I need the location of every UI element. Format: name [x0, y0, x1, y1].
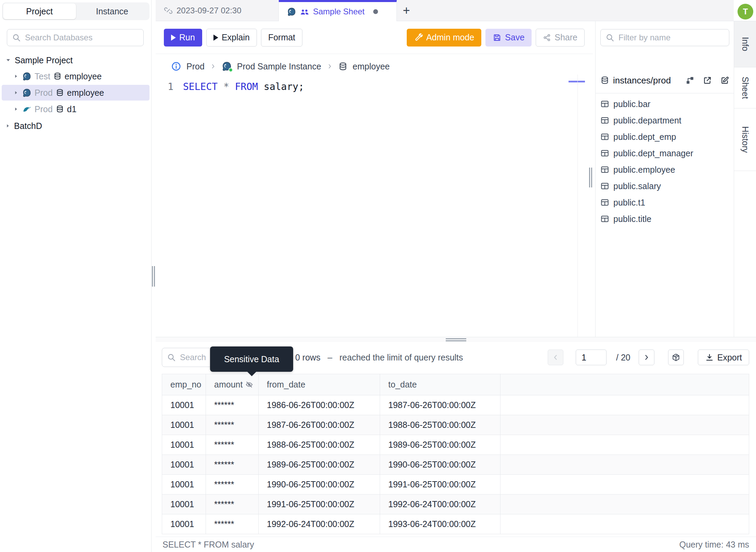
results-resize-strip[interactable]: [156, 337, 756, 342]
run-button[interactable]: Run: [164, 29, 202, 47]
side-strip: Info Sheet History: [734, 21, 756, 337]
table-list-item[interactable]: public.title: [596, 211, 734, 227]
explain-button[interactable]: Explain: [206, 29, 257, 47]
sheet-tab-active[interactable]: Sample Sheet: [279, 0, 397, 21]
connection-status-dot: [229, 68, 233, 72]
prev-page-button[interactable]: [548, 350, 563, 365]
column-header[interactable]: emp_no: [162, 374, 206, 395]
eye-off-icon[interactable]: [245, 381, 253, 389]
environment-label: Test: [35, 71, 50, 81]
cell: 1990-06-25T00:00:00Z: [380, 455, 500, 474]
tab-instance[interactable]: Instance: [76, 3, 149, 19]
package-cube-icon: [672, 353, 680, 362]
schema-sidebar-resize-handle[interactable]: [589, 168, 592, 187]
format-button[interactable]: Format: [261, 29, 302, 47]
breadcrumb-instance[interactable]: Prod Sample Instance: [237, 62, 321, 71]
edit-icon[interactable]: [720, 76, 729, 85]
sql-keyword: SELECT: [183, 81, 218, 92]
table-filter-input[interactable]: [618, 33, 724, 42]
breadcrumb-database[interactable]: employee: [353, 62, 390, 71]
grid-row: 10001 ****** 1987-06-26T00:00:00Z 1988-0…: [162, 415, 749, 435]
cell: 1992-06-24T00:00:00Z: [380, 495, 500, 514]
editor-scroll-gutter: [577, 75, 578, 337]
schema-diagram-icon[interactable]: [686, 76, 694, 85]
cell-filler: [500, 455, 749, 474]
results-panel: 0 rows – reached the limit of query resu…: [156, 337, 756, 552]
cell: 10001: [162, 435, 206, 455]
caret-right-icon: [13, 106, 19, 112]
share-button[interactable]: Share: [536, 29, 585, 47]
database-search-input[interactable]: [25, 33, 139, 42]
tree-node-batch-project[interactable]: BatchD: [0, 118, 152, 134]
tab-history[interactable]: History: [734, 108, 756, 171]
avatar-zone: T: [734, 0, 756, 21]
query-time: Query time: 43 ms: [679, 540, 749, 550]
save-button[interactable]: Save: [485, 29, 532, 47]
table-list-item[interactable]: public.salary: [596, 178, 734, 194]
team-icon: [300, 7, 309, 16]
database-icon: [53, 72, 62, 80]
external-link-icon[interactable]: [703, 76, 712, 85]
cell: 1986-06-26T00:00:00Z: [259, 395, 380, 415]
wrench-icon: [414, 33, 423, 42]
query-toolbar: Run Explain Format Admin mode Save Share: [156, 21, 593, 54]
column-header[interactable]: to_date: [380, 374, 500, 395]
sheet-tab-label: Sample Sheet: [313, 7, 365, 16]
sheet-tab-label: 2023-09-27 02:30: [177, 6, 242, 15]
table-list-item[interactable]: public.t1: [596, 194, 734, 211]
breadcrumb: Prod Prod Sample Instance employee: [156, 54, 593, 79]
export-button[interactable]: Export: [698, 350, 749, 365]
breadcrumb-environment[interactable]: Prod: [186, 62, 205, 71]
database-search[interactable]: [7, 29, 144, 46]
table-list-item[interactable]: public.bar: [596, 96, 734, 112]
tab-info[interactable]: Info: [734, 21, 756, 67]
tab-sheet[interactable]: Sheet: [734, 67, 756, 108]
grid-row: 10001 ****** 1986-06-26T00:00:00Z 1987-0…: [162, 395, 749, 415]
database-name: employee: [65, 71, 102, 81]
chevron-left-icon: [551, 353, 560, 362]
table-icon: [600, 214, 609, 223]
sql-editor[interactable]: 1 SELECT * FROM salary;: [156, 79, 593, 337]
tree-node-database[interactable]: Test employee: [0, 68, 152, 84]
admin-mode-button[interactable]: Admin mode: [407, 29, 481, 47]
tree-node-database-selected[interactable]: Prod employee: [2, 85, 149, 101]
column-header[interactable]: from_date: [259, 374, 380, 395]
table-icon: [600, 149, 609, 158]
tree-batch-label: BatchD: [14, 121, 42, 131]
database-icon: [600, 76, 609, 85]
cell-masked: ******: [206, 415, 259, 435]
cell: 1990-06-25T00:00:00Z: [259, 475, 380, 494]
table-list-item[interactable]: public.employee: [596, 161, 734, 178]
caret-right-icon: [13, 73, 19, 79]
new-tab-button[interactable]: +: [397, 0, 416, 21]
tab-project[interactable]: Project: [3, 3, 76, 19]
sheet-tab-unsaved[interactable]: 2023-09-27 02:30: [156, 0, 279, 21]
table-filter[interactable]: [600, 29, 729, 46]
column-header[interactable]: amount: [206, 374, 259, 395]
cell-filler: [500, 435, 749, 455]
cell-filler: [500, 514, 749, 534]
table-list-item[interactable]: public.dept_manager: [596, 145, 734, 161]
table-list-item[interactable]: public.department: [596, 112, 734, 129]
cell-masked: ******: [206, 455, 259, 474]
results-resize-handle[interactable]: [446, 338, 466, 341]
info-circle-icon[interactable]: [171, 61, 181, 71]
database-name: d1: [67, 104, 77, 114]
table-list-item[interactable]: public.dept_emp: [596, 129, 734, 145]
cell-masked: ******: [206, 495, 259, 514]
unlink-icon: [164, 6, 173, 15]
tree-node-database[interactable]: Prod d1: [0, 101, 152, 117]
page-number-input[interactable]: [576, 350, 607, 365]
visualize-button[interactable]: [668, 350, 684, 365]
sidebar-resize-handle[interactable]: [152, 266, 155, 287]
avatar[interactable]: T: [738, 4, 753, 19]
cell: 10001: [162, 395, 206, 415]
postgresql-icon: [22, 88, 31, 97]
table-icon: [600, 165, 609, 174]
editor-zone: 2023-09-27 02:30 Sample Sheet + T Run Ex…: [156, 0, 756, 337]
grid-header-row: emp_no amount from_date to_date: [162, 374, 749, 395]
tree-node-project[interactable]: Sample Project: [0, 52, 152, 68]
share-icon: [543, 34, 551, 42]
next-page-button[interactable]: [639, 350, 654, 365]
cell-filler: [500, 395, 749, 415]
